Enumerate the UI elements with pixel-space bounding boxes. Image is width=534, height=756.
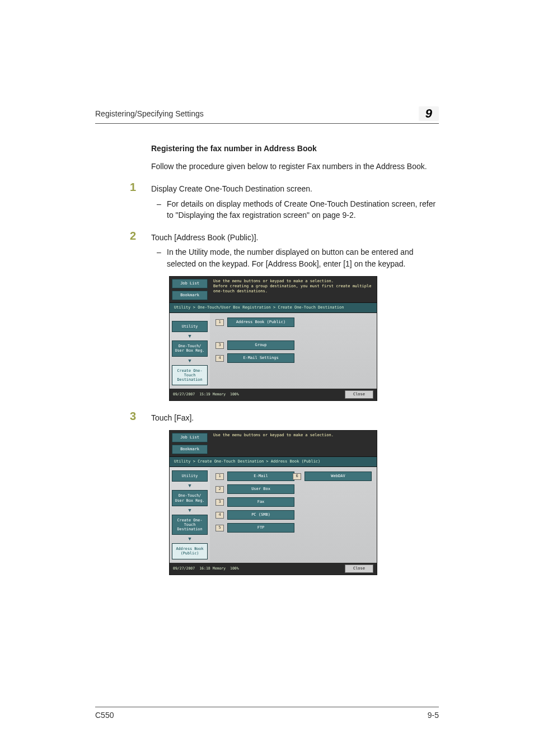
email-settings-button[interactable]: E-Mail Settings bbox=[227, 353, 294, 363]
option-number: 4 bbox=[216, 355, 224, 362]
nav-utility[interactable]: Utility bbox=[172, 470, 208, 482]
step-1-sub: For details on display methods of Create… bbox=[167, 198, 439, 221]
webdav-button[interactable]: WebDAV bbox=[305, 472, 372, 481]
option-number: 2 bbox=[216, 486, 224, 493]
arrow-down-icon: ▼ bbox=[188, 483, 191, 488]
arrow-down-icon: ▼ bbox=[188, 358, 191, 363]
footer-model: C550 bbox=[95, 711, 114, 720]
screenshot-create-one-touch: Job List Bookmark Use the menu buttons o… bbox=[169, 276, 377, 401]
status-time: 16:18 bbox=[199, 567, 210, 571]
status-time: 15:19 bbox=[199, 393, 210, 396]
status-memory-label: Memory bbox=[213, 392, 226, 396]
footer-page: 9-5 bbox=[428, 711, 439, 720]
bookmark-button[interactable]: Bookmark bbox=[172, 291, 208, 300]
nav-one-touch[interactable]: One-Touch/ User Box Reg. bbox=[172, 340, 208, 356]
hint-text: Use the menu buttons or keypad to make a… bbox=[210, 431, 377, 456]
address-book-public-button[interactable]: Address Book (Public) bbox=[227, 318, 294, 327]
step-number: 3 bbox=[130, 410, 136, 423]
group-button[interactable]: Group bbox=[227, 340, 294, 350]
status-memory-value: 100% bbox=[230, 566, 239, 571]
option-number: 5 bbox=[216, 525, 224, 531]
hint-text: Use the menu buttons or keypad to make a… bbox=[210, 277, 377, 302]
step-3-text: Touch [Fax]. bbox=[151, 412, 439, 423]
status-memory-label: Memory bbox=[213, 566, 226, 571]
step-2-text: Touch [Address Book (Public)]. bbox=[151, 232, 439, 243]
screenshot-address-book-public: Job List Bookmark Use the menu buttons o… bbox=[169, 430, 377, 575]
pc-smb-button[interactable]: PC (SMB) bbox=[227, 510, 294, 520]
option-number: 1 bbox=[216, 319, 224, 326]
option-number: 1 bbox=[216, 473, 224, 480]
ftp-button[interactable]: FTP bbox=[227, 523, 294, 533]
fax-button[interactable]: Fax bbox=[227, 497, 294, 507]
arrow-down-icon: ▼ bbox=[188, 334, 191, 339]
status-memory-value: 100% bbox=[230, 392, 239, 396]
nav-create-one-touch[interactable]: Create One-Touch Destination bbox=[172, 515, 208, 535]
bookmark-button[interactable]: Bookmark bbox=[172, 445, 208, 454]
status-date: 09/27/2007 bbox=[173, 567, 195, 571]
nav-address-book[interactable]: Address Book (Public) bbox=[172, 543, 208, 559]
nav-create-one-touch[interactable]: Create One-Touch Destination bbox=[172, 365, 208, 385]
step-2-sub: In the Utility mode, the number displaye… bbox=[167, 246, 439, 269]
arrow-down-icon: ▼ bbox=[188, 536, 191, 542]
step-1-text: Display Create One-Touch Destination scr… bbox=[151, 183, 439, 194]
arrow-down-icon: ▼ bbox=[188, 508, 191, 513]
status-date: 09/27/2007 bbox=[173, 393, 195, 396]
step-number: 1 bbox=[130, 181, 136, 194]
breadcrumb: Utility > Create One-Touch Destination >… bbox=[170, 456, 377, 467]
option-number: 4 bbox=[216, 512, 224, 519]
user-box-button[interactable]: User Box bbox=[227, 484, 294, 494]
chapter-number: 9 bbox=[419, 106, 439, 123]
rule bbox=[95, 123, 439, 124]
option-number: 3 bbox=[216, 342, 224, 349]
close-button[interactable]: Close bbox=[345, 564, 373, 573]
close-button[interactable]: Close bbox=[345, 390, 373, 399]
section-title: Registering/Specifying Settings bbox=[95, 109, 204, 118]
intro-paragraph: Follow the procedure given below to regi… bbox=[151, 161, 439, 172]
option-number: 6 bbox=[293, 473, 301, 480]
breadcrumb: Utility > One-Touch/User Box Registratio… bbox=[170, 302, 377, 313]
heading-registering-fax: Registering the fax number in Address Bo… bbox=[151, 144, 439, 153]
job-list-button[interactable]: Job List bbox=[172, 433, 208, 442]
nav-utility[interactable]: Utility bbox=[172, 321, 208, 332]
step-number: 2 bbox=[130, 230, 136, 242]
job-list-button[interactable]: Job List bbox=[172, 279, 208, 288]
nav-one-touch[interactable]: One-Touch/ User Box Reg. bbox=[172, 490, 208, 506]
option-number: 3 bbox=[216, 499, 224, 506]
email-button[interactable]: E-Mail bbox=[227, 472, 294, 481]
